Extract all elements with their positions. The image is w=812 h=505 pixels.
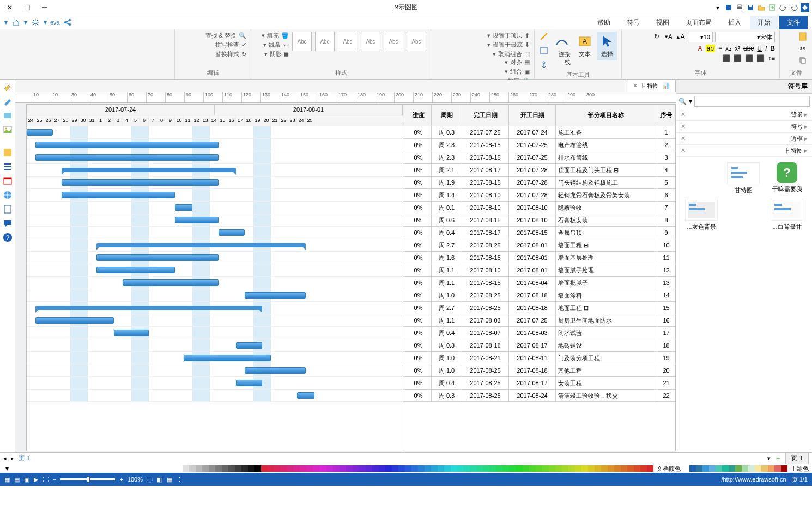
arrange-group[interactable]: ▣组合 ▾ [505,68,530,76]
table-row[interactable]: 19 门及装分项工程 2017-08-11 2017-08-21 1.0 周 0… [403,352,675,364]
table-row[interactable]: 2 电产布管线 2017-07-25 2017-08-15 2.3 周 0% [403,139,675,151]
color-swatch[interactable] [627,465,634,472]
color-swatch[interactable] [621,465,627,472]
gantt-bar[interactable] [123,279,219,286]
superscript-icon[interactable]: x² [735,45,740,52]
style-swatch[interactable]: Abc [338,32,357,51]
gantt-tab[interactable]: 📊 甘特图 ✕ [627,80,676,92]
gantt-bar[interactable] [175,204,192,211]
gear-icon[interactable] [31,17,40,27]
color-swatch[interactable] [241,465,248,472]
new-icon[interactable] [767,3,777,13]
table-row[interactable]: 22 清洁竣工验收验，移交 2017-08-24 2017-08-25 0.3 … [403,390,675,402]
fit-icon[interactable]: ⛶ [43,476,49,483]
bold-icon[interactable]: B [770,45,775,52]
color-swatch[interactable] [536,465,542,472]
color-swatch[interactable] [385,465,392,472]
font-color-icon[interactable]: A [698,45,702,52]
color-swatch[interactable] [196,465,202,472]
color-swatch[interactable] [215,465,222,472]
gantt-bar[interactable] [62,168,236,172]
table-row[interactable]: 15 ⊟ 地面工程 2017-08-18 2017-08-25 2.7 周 0% [403,302,675,314]
tab-layout[interactable]: 页面布局 [678,16,719,29]
gantt-bar-row[interactable] [27,126,403,139]
table-row[interactable]: 18 地砖铺设 2017-08-17 2017-08-18 0.3 周 0% [403,339,675,352]
style-swatch[interactable]: Abc [407,32,426,51]
tool-map-icon[interactable] [2,147,13,158]
close-icon[interactable]: ✕ [633,82,638,89]
color-swatch[interactable] [307,465,313,472]
connector-tool[interactable]: 连接线 [552,32,572,69]
tool-picture-icon[interactable] [2,124,13,135]
open-icon[interactable] [756,3,766,13]
table-row[interactable]: 16 厨房卫生间地面防水 2017-07-25 2017-08-03 1.1 周… [403,314,675,327]
color-swatch[interactable] [425,465,431,472]
color-swatch[interactable] [774,465,781,472]
gantt-bar[interactable] [27,129,53,136]
select-tool[interactable]: 选择 [597,32,617,60]
color-swatch[interactable] [333,465,340,472]
line-btn[interactable]: 〰线条 ▾ [262,41,289,49]
eva-label[interactable]: eva [50,19,60,26]
home-icon[interactable] [11,17,21,27]
color-swatch[interactable] [529,465,536,472]
align-left-icon[interactable]: ⬛ [756,54,765,62]
font-size-combo[interactable]: 10 ▾ [688,32,713,42]
nav-next-icon[interactable]: ◂ [3,455,7,462]
color-swatch[interactable] [431,465,438,472]
page-tab-main[interactable]: 页-1 [785,453,809,464]
tab-start[interactable]: 开始 [750,16,778,29]
gantt-bar-row[interactable] [27,364,403,377]
italic-icon[interactable]: I [765,45,767,52]
gantt-bar-row[interactable] [27,189,403,202]
tool-calendar-icon[interactable] [2,175,13,186]
color-swatch[interactable] [189,465,196,472]
color-swatch[interactable] [392,465,398,472]
table-row[interactable]: 6 轻钢龙骨石膏板及骨架安装 2017-07-28 2017-08-10 1.4… [403,189,675,202]
tool-help-icon[interactable]: ? [2,232,13,243]
zoom-out-icon[interactable]: − [53,476,56,483]
color-swatch[interactable] [379,465,385,472]
tool-rect-icon[interactable] [2,110,13,121]
tool-note-icon[interactable] [2,204,13,215]
nav-prev-icon[interactable]: ▸ [11,455,14,462]
table-row[interactable]: 9 金属吊顶 2017-08-15 2017-08-17 0.4 周 0% [403,227,675,239]
valign-icon[interactable]: ⬛ [722,54,730,62]
color-swatch[interactable] [516,465,523,472]
color-swatch[interactable] [268,465,274,472]
gantt-bar-row[interactable] [27,390,403,402]
font-name-combo[interactable]: 宋体 ▾ [715,32,775,42]
color-swatch[interactable] [313,465,320,472]
color-swatch[interactable] [568,465,575,472]
view-mode-icon[interactable]: ▤ [14,476,20,483]
table-row[interactable]: 4 ⊟ 顶面工程及门头工程 2017-07-28 2017-08-17 2.1 … [403,164,675,177]
color-swatch[interactable] [457,465,464,472]
paste-icon[interactable] [798,32,808,41]
gantt-bar-row[interactable] [27,339,403,352]
find-replace-btn[interactable]: 🔍查找 & 替换 [205,32,246,40]
grow-font-icon[interactable]: A▴ [676,32,686,41]
close-icon[interactable]: ✕ [681,135,686,142]
shrink-font-icon[interactable]: A▾ [664,32,674,41]
print-icon[interactable] [735,3,744,13]
style-swatch[interactable]: Abc [361,32,380,51]
fill-btn[interactable]: 🪣填充 ▾ [262,32,289,40]
text-tool[interactable]: A 文本 [575,32,595,60]
line-spacing-icon[interactable]: ≡↕ [768,54,775,62]
color-swatch[interactable] [209,465,215,472]
dropdown-icon[interactable]: ▾ [44,19,47,26]
color-swatch[interactable] [366,465,372,472]
gantt-bar-row[interactable] [27,177,403,189]
gantt-bar[interactable] [96,254,219,261]
tool-eraser-icon[interactable] [2,82,13,93]
share-icon[interactable] [63,17,73,27]
color-swatch[interactable] [287,465,294,472]
color-swatch[interactable] [320,465,326,472]
gantt-bar[interactable] [35,306,262,310]
gantt-bar-row[interactable] [27,139,403,151]
color-swatch[interactable] [254,465,261,472]
table-row[interactable]: 11 墙面基层处理 2017-08-01 2017-08-15 1.6 周 0% [403,252,675,264]
color-swatch[interactable] [647,465,653,472]
tool-list-icon[interactable] [2,161,13,172]
color-swatch[interactable] [248,465,254,472]
